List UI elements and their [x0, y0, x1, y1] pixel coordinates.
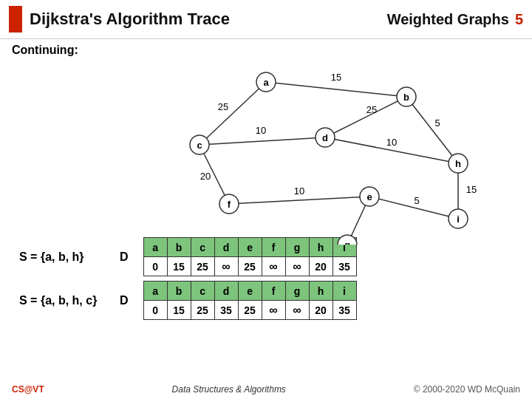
distance-table-2: abcdefghi 015253525∞∞2035 — [143, 281, 357, 320]
edge-weight-a-b: 15 — [331, 72, 341, 83]
edge-weight-b-d: 25 — [366, 104, 377, 115]
node-label-f: f — [228, 199, 231, 210]
table-cell-1: 15 — [167, 301, 191, 320]
node-label-c: c — [197, 140, 202, 151]
set-label-1: S = {a, b, h} — [19, 250, 108, 264]
content-area: Continuing: 15 25 10 10 5 25 20 — [0, 39, 532, 324]
d-label-2: D — [120, 294, 129, 307]
table-cell-1: 15 — [167, 257, 191, 276]
table-header-c: c — [191, 282, 214, 301]
node-label-i: i — [457, 214, 460, 225]
table-cell-2: 25 — [191, 301, 214, 320]
edge-weight-c-f: 20 — [200, 171, 211, 182]
table-cell-7: 20 — [309, 257, 332, 276]
page-title: Dijkstra's Algorithm Trace — [30, 10, 230, 29]
set-label-2: S = {a, b, h, c} — [19, 294, 108, 307]
node-label-d: d — [322, 132, 328, 143]
table-header-b: b — [167, 282, 191, 301]
table-cell-3: ∞ — [214, 257, 238, 276]
edge-weight-e-i: 5 — [414, 195, 419, 206]
graph-svg: 15 25 10 10 5 25 20 15 10 — [15, 60, 517, 245]
table-header-d: d — [214, 282, 238, 301]
table1-value-row: 01525∞25∞∞2035 — [143, 257, 356, 276]
footer: CS@VT Data Structures & Algorithms © 200… — [0, 384, 532, 395]
table-cell-8: 35 — [332, 301, 356, 320]
edge-b-h — [406, 97, 458, 163]
table-cell-0: 0 — [143, 301, 167, 320]
table2-header-row: abcdefghi — [143, 282, 356, 301]
continuing-label: Continuing: — [12, 44, 520, 57]
table-cell-0: 0 — [143, 257, 167, 276]
table2-value-row: 015253525∞∞2035 — [143, 301, 356, 320]
graph-area: 15 25 10 10 5 25 20 15 10 — [15, 60, 517, 237]
edge-b-d — [325, 97, 406, 137]
table-cell-5: ∞ — [262, 257, 285, 276]
table-cell-8: 35 — [332, 257, 356, 276]
edge-weight-d-h: 10 — [386, 137, 397, 148]
table-cell-7: 20 — [309, 301, 332, 320]
table-cell-6: ∞ — [285, 257, 309, 276]
edge-f-e — [229, 197, 369, 204]
slide-number: 5 — [515, 11, 523, 28]
node-label-b: b — [403, 92, 409, 103]
header: Dijkstra's Algorithm Trace Weighted Grap… — [0, 0, 532, 39]
footer-right: © 2000-2020 WD McQuain — [414, 384, 520, 395]
table-cell-4: 25 — [238, 301, 262, 320]
node-label-g: g — [344, 239, 350, 245]
footer-left: CS@VT — [12, 384, 44, 395]
edge-c-d — [200, 137, 325, 145]
edge-weight-c-d: 10 — [256, 125, 266, 136]
edge-weight-a-c: 25 — [218, 101, 228, 112]
table-cell-6: ∞ — [285, 301, 309, 320]
edge-weight-h-i: 15 — [466, 184, 477, 195]
red-bar-accent — [9, 6, 22, 33]
node-label-a: a — [263, 77, 269, 88]
table-cell-2: 25 — [191, 257, 214, 276]
table-header-a: a — [143, 282, 167, 301]
tables-area: S = {a, b, h} D abcdefghi 01525∞25∞∞2035… — [12, 237, 520, 320]
table-header-g: g — [285, 282, 309, 301]
table-header-h: h — [309, 282, 332, 301]
header-right: Weighted Graphs 5 — [387, 11, 523, 28]
node-label-e: e — [366, 191, 372, 202]
d-label-1: D — [120, 250, 129, 264]
set-row-2: S = {a, b, h, c} D abcdefghi 015253525∞∞… — [19, 281, 513, 320]
footer-center: Data Structures & Algorithms — [172, 384, 286, 395]
table-header-f: f — [262, 282, 285, 301]
table-cell-3: 35 — [214, 301, 238, 320]
table-header-e: e — [238, 282, 262, 301]
edge-a-b — [266, 82, 406, 97]
node-label-h: h — [455, 158, 461, 169]
edge-weight-b-h: 5 — [434, 117, 440, 129]
edge-weight-f-e: 10 — [294, 185, 304, 197]
section-label: Weighted Graphs — [387, 11, 509, 28]
table-cell-5: ∞ — [262, 301, 285, 320]
table-cell-4: 25 — [238, 257, 262, 276]
table-header-i: i — [332, 282, 356, 301]
